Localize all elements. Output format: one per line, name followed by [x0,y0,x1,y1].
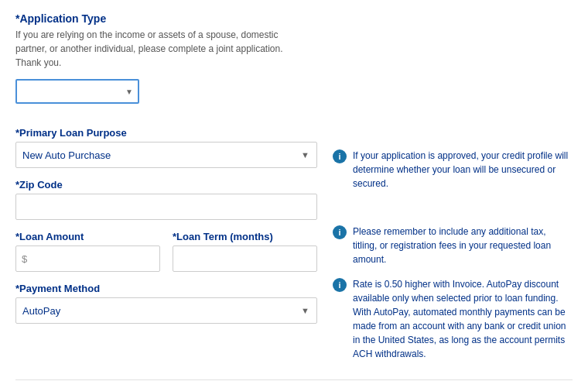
application-type-select-wrapper: ▼ [15,79,139,104]
application-type-title: *Application Type [15,12,573,25]
info-text-tax: Please remember to include any additiona… [353,225,573,266]
currency-icon: $ [22,253,27,265]
payment-method-select[interactable]: AutoPay Invoice [15,297,317,324]
primary-loan-purpose-label: *Primary Loan Purpose [15,127,317,139]
info-box-autopay: i Rate is 0.50 higher with Invoice. Auto… [333,277,573,361]
application-type-desc: If you are relying on the income or asse… [15,28,309,70]
info-icon-credit: i [333,149,347,163]
zip-code-input[interactable] [15,194,317,220]
loan-amount-group: *Loan Amount $ [15,231,160,272]
loan-term-group: *Loan Term (months) [173,231,317,272]
application-type-select[interactable] [15,79,139,104]
payment-method-label: *Payment Method [15,283,317,294]
info-text-credit: If your application is approved, your cr… [353,149,573,191]
info-icon-tax: i [333,225,347,239]
zip-code-group: *Zip Code [15,179,317,220]
info-text-autopay: Rate is 0.50 higher with Invoice. AutoPa… [353,277,573,361]
loan-term-input[interactable] [173,246,317,272]
primary-loan-purpose-select-wrapper: New Auto Purchase Used Auto Purchase Ref… [15,142,317,168]
info-icon-autopay: i [333,278,347,292]
payment-method-select-wrapper: AutoPay Invoice ▼ [15,297,317,324]
form-right-panel: i If your application is approved, your … [333,127,573,372]
payment-method-group: *Payment Method AutoPay Invoice ▼ [15,283,317,324]
divider [15,379,573,380]
primary-loan-purpose-select[interactable]: New Auto Purchase Used Auto Purchase Ref… [15,142,317,168]
loan-amount-input-wrapper: $ [15,246,160,272]
info-box-credit: i If your application is approved, your … [333,149,573,191]
primary-loan-purpose-group: *Primary Loan Purpose New Auto Purchase … [15,127,317,168]
zip-code-label: *Zip Code [15,179,317,191]
info-box-tax: i Please remember to include any additio… [333,225,573,266]
loan-amount-term-row: *Loan Amount $ *Loan Term (months) [15,231,317,283]
loan-term-label: *Loan Term (months) [173,231,317,242]
form-left-panel: *Primary Loan Purpose New Auto Purchase … [15,127,317,372]
loan-amount-input[interactable] [15,246,160,272]
loan-amount-label: *Loan Amount [15,231,160,242]
